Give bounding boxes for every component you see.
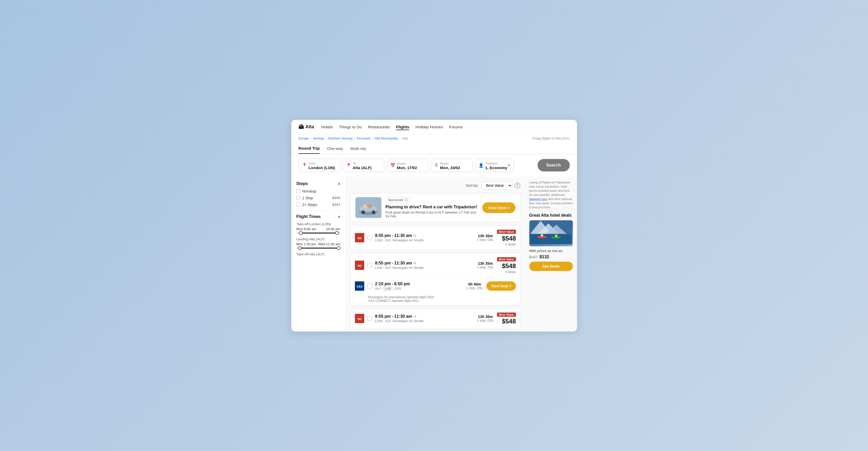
takeoff-london-slider[interactable] (297, 232, 340, 233)
hotel-price-new: $132 (539, 254, 549, 260)
takeoff-london-label: Take-off London (LON) (297, 222, 340, 226)
landing-alta-label: Landing Alta (ALF) (297, 237, 340, 241)
info-icon[interactable]: ? (515, 183, 520, 188)
trip-type-tabs: Round Trip One-way Multi-city (291, 142, 577, 154)
tab-round-trip[interactable]: Round Trip (299, 146, 320, 154)
nav-restaurants[interactable]: Restaurants (368, 125, 390, 129)
sponsored-view-deal-button[interactable]: View Deal > (482, 202, 516, 213)
hotel-price-old: $147 (529, 255, 537, 259)
best-value-badge-2a: Best Value (497, 257, 516, 261)
sponsored-content: Sponsored ⓘ Planning to drive? Rent a ca… (385, 197, 478, 218)
nav-links: Hotels Things to Do Restaurants Flights … (321, 125, 463, 129)
flight-2b-checkbox[interactable] (367, 284, 372, 288)
flight-card-3: NO 8:55 pm - 11:30 am +1 LGW - ALF, Norw… (350, 308, 520, 329)
flight-3-duration: 13h 35m 1 stop, OSL (477, 315, 494, 322)
nonstop-checkbox[interactable] (297, 189, 300, 193)
to-location-icon: 📍 (346, 163, 351, 168)
filter-nonstop[interactable]: Nonstop (297, 189, 340, 193)
flight-times-chevron-icon[interactable]: ∧ (338, 215, 340, 219)
flight-1-price: Best Value $548 5 deals (497, 229, 516, 246)
flight-3-route: LGW - ALF, Norwegian Air Shuttle (375, 319, 474, 323)
svg-text:NO: NO (358, 264, 361, 267)
flight-1-duration: 13h 35m 1 stop, OSL (477, 234, 494, 241)
sidebar: Stops ∧ Nonstop 1 Stop $406 2+ Stops $34… (291, 176, 346, 331)
sort-row: Sort by: Best Value ? (350, 181, 520, 190)
sponsored-title: Planning to drive? Rent a car with Tripa… (385, 205, 478, 210)
flight-1-checkbox[interactable] (367, 235, 372, 240)
travellers-icon: 👤 (478, 163, 484, 168)
hotel-price-row: $147 $132 (529, 254, 573, 260)
site-logo[interactable]: 🏔 Alta (299, 124, 314, 130)
nav-holiday-homes[interactable]: Holiday Homes (415, 125, 443, 129)
landing-alta-range: Mon 1:30 pm Wed 11:30 am (297, 242, 340, 246)
tab-multi-city[interactable]: Multi-city (350, 146, 366, 154)
depart-field[interactable]: 📅 Depart Mon, 17/02 (387, 159, 428, 172)
tab-one-way[interactable]: One-way (327, 146, 343, 154)
return-value: Mon, 24/02 (440, 165, 460, 170)
car-rental-image (355, 197, 381, 218)
nav-hotels[interactable]: Hotels (321, 125, 333, 129)
norwegian-logo-1: NO (355, 233, 364, 243)
flight-2a-price: Best Value $548 5 deals (497, 257, 516, 274)
flight-row-2b: SAS 2:10 pm - 6:50 pm ALF - LHR (351, 278, 520, 294)
flight-row-3: NO 8:55 pm - 11:30 am +1 LGW - ALF, Norw… (351, 309, 520, 329)
depart-value: Mon, 17/02 (397, 165, 417, 170)
flight-2b-duration: 5h 40m 1 stop, OSL (466, 282, 483, 290)
travellers-value: 1, Economy (485, 165, 507, 170)
sas-logo-svg: SAS (355, 281, 364, 291)
see-deals-button[interactable]: See Deals (529, 262, 573, 271)
hotel-kayak-illustration (530, 220, 572, 244)
filter-1stop[interactable]: 1 Stop $406 (297, 196, 340, 200)
best-value-badge-1: Best Value (497, 230, 516, 234)
content-row: Stops ∧ Nonstop 1 Stop $406 2+ Stops $34… (291, 176, 577, 331)
filter-2stops[interactable]: 2+ Stops $341 (297, 203, 340, 207)
landing-alta-slider[interactable] (297, 248, 340, 249)
car-illustration (355, 197, 381, 218)
norwegian-logo-svg-3: NO (355, 314, 364, 323)
breadcrumb: Europe › Norway › Northern Norway › Finn… (291, 135, 577, 142)
return-field[interactable]: 🗓 Return Mon, 24/02 (431, 159, 472, 172)
hotel-prices-label: With prices as low as: (529, 249, 573, 253)
flight-2b-view-deal-button[interactable]: View Deal > (486, 281, 516, 291)
nav-flights[interactable]: Flights (396, 125, 409, 130)
baggage-fees-link[interactable]: baggage fees (529, 197, 548, 200)
hotel-section-title: Great Alta hotel deals (529, 213, 573, 218)
breadcrumb-right: Cheap flights to Alta (ALF) (532, 137, 570, 140)
to-value: Alta (ALF) (353, 165, 372, 170)
flight-2a-checkbox[interactable] (367, 263, 372, 267)
sponsored-card: Sponsored ⓘ Planning to drive? Rent a ca… (350, 193, 520, 222)
sponsored-image (355, 197, 381, 218)
sort-select[interactable]: Best Value (481, 181, 512, 190)
search-button[interactable]: Search (537, 159, 570, 171)
flight-3-checkbox[interactable] (367, 316, 372, 321)
flight-2b-price: View Deal > (486, 281, 516, 291)
flight-2a-duration: 13h 35m 1 stop, OSL (477, 261, 494, 269)
chevron-down-icon: ▼ (507, 163, 511, 167)
sponsored-badge: Sponsored ⓘ (385, 197, 410, 203)
best-value-badge-3: Best Value (497, 313, 516, 317)
nav-forums[interactable]: Forums (449, 125, 463, 129)
svg-point-4 (372, 211, 375, 214)
sponsored-desc: Find great deals on Rental Cars in ALF b… (385, 211, 478, 218)
nav-things-to-do[interactable]: Things to Do (339, 125, 362, 129)
flight-2a-route: LGW - ALF, Norwegian Air Shuttle (375, 266, 474, 270)
flight-row-1: NO 8:55 pm - 11:30 am +1 LGW - ALF, Norw… (351, 226, 520, 250)
1stop-checkbox[interactable] (297, 196, 300, 200)
sas-logo: SAS (355, 281, 364, 291)
flight-card-1: NO 8:55 pm - 11:30 am +1 LGW - ALF, Norw… (350, 225, 520, 250)
calendar-icon: 📅 (390, 163, 396, 168)
flight-times-title: Flight Times ∧ (297, 214, 340, 219)
flight-times-section: Take-off London (LON) Mon 6:00 am 10:45 … (297, 222, 340, 256)
norwegian-logo-3: NO (355, 314, 364, 323)
stops-chevron-icon[interactable]: ∧ (338, 182, 340, 186)
svg-point-22 (541, 234, 543, 237)
travellers-field[interactable]: 👤 Travellers 1, Economy ▼ (475, 159, 514, 172)
stops-section-title: Stops ∧ (297, 181, 340, 186)
navigation: 🏔 Alta Hotels Things to Do Restaurants F… (291, 120, 577, 135)
norwegian-logo-svg: NO (355, 233, 364, 243)
flight-3-time: 8:55 pm - 11:30 am +1 LGW - ALF, Norwegi… (375, 314, 474, 323)
2stops-checkbox[interactable] (297, 203, 300, 206)
to-field[interactable]: 📍 To Alta (ALF) (343, 159, 384, 172)
logo-text: Alta (306, 124, 314, 130)
from-field[interactable]: 📍 From London (LON) (299, 159, 340, 172)
